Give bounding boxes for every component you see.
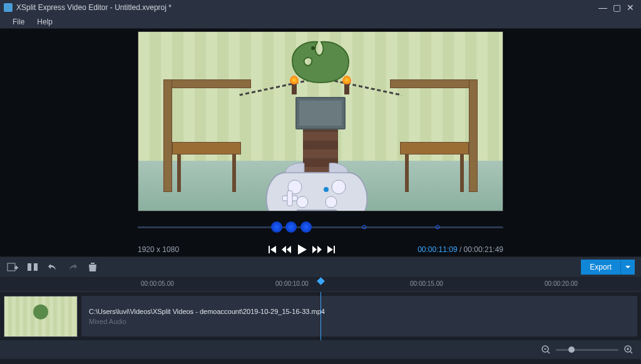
window-title: XSplit Express Video Editor - Untitled.x… [16, 3, 596, 12]
redo-button[interactable] [66, 261, 79, 273]
split-clip-button[interactable] [26, 261, 39, 273]
menu-help[interactable]: Help [31, 18, 59, 26]
svg-point-0 [311, 46, 315, 50]
gamepad-overlay-icon [264, 157, 370, 211]
ruler-tick: 00:00:05.00 [141, 280, 174, 287]
skip-start-button[interactable] [267, 245, 277, 255]
svg-rect-10 [34, 263, 38, 271]
zoom-out-button[interactable] [541, 345, 551, 355]
maximize-button[interactable]: ▢ [610, 3, 623, 13]
clip-path: C:\Users\luvi\Videos\XSplit Videos - dem… [89, 308, 630, 315]
clip-audio-label: Mixed Audio [89, 318, 630, 325]
preview-area: 1920 x 1080 00:00:11:09 / 00:00:21:49 [0, 29, 641, 256]
close-button[interactable]: ✕ [623, 3, 637, 13]
ruler-tick: 00:00:20.00 [545, 280, 578, 287]
scene-gallows-left [163, 79, 251, 192]
playhead[interactable] [320, 292, 321, 340]
forward-button[interactable] [312, 245, 322, 255]
minimize-button[interactable]: — [596, 3, 610, 13]
add-media-button[interactable] [6, 261, 19, 273]
delete-button[interactable] [86, 261, 99, 273]
timeline-track[interactable]: C:\Users\luvi\Videos\XSplit Videos - dem… [0, 291, 641, 340]
svg-point-5 [324, 187, 329, 192]
menu-file[interactable]: File [6, 18, 31, 26]
ruler-tick: 00:00:15.00 [410, 280, 443, 287]
playback-controls: 1920 x 1080 00:00:11:09 / 00:00:21:49 [138, 243, 503, 256]
timeline-toolbar: Export [0, 256, 641, 278]
svg-point-3 [297, 196, 308, 208]
export-group: Export [581, 260, 635, 275]
seek-bar[interactable] [138, 220, 503, 234]
clip-thumbnail[interactable] [4, 296, 78, 337]
svg-point-2 [332, 180, 346, 194]
undo-button[interactable] [46, 261, 59, 273]
zoom-in-button[interactable] [623, 345, 633, 355]
zoom-slider[interactable] [556, 349, 618, 351]
ruler-tick: 00:00:10.00 [275, 280, 309, 287]
app-logo-icon [4, 3, 13, 12]
current-time: 00:00:11:09 [418, 245, 457, 254]
clip-item[interactable]: C:\Users\luvi\Videos\XSplit Videos - dem… [81, 296, 637, 336]
export-dropdown-button[interactable] [620, 260, 635, 275]
time-display: 00:00:11:09 / 00:00:21:49 [378, 245, 503, 254]
play-button[interactable] [295, 243, 309, 256]
total-time: 00:00:21:49 [464, 245, 503, 254]
footer-bar [0, 340, 641, 359]
resolution-label: 1920 x 1080 [138, 245, 225, 254]
export-button[interactable]: Export [581, 260, 620, 275]
svg-point-4 [326, 196, 337, 208]
video-preview[interactable] [138, 31, 503, 211]
scene-dragon [283, 36, 358, 86]
rewind-button[interactable] [281, 245, 291, 255]
svg-rect-8 [8, 263, 15, 271]
menu-bar: File Help [0, 15, 641, 29]
skip-end-button[interactable] [326, 245, 336, 255]
title-bar: XSplit Express Video Editor - Untitled.x… [0, 0, 641, 15]
svg-rect-7 [287, 191, 292, 206]
svg-rect-9 [28, 263, 31, 271]
scene-gallows-right [390, 79, 478, 192]
